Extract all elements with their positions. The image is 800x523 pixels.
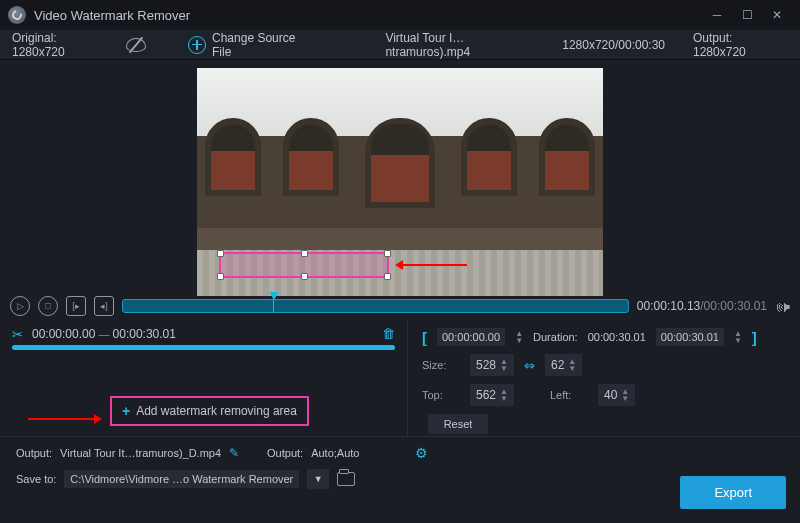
output-settings-icon[interactable]: ⚙ <box>415 445 428 461</box>
app-title: Video Watermark Remover <box>34 8 702 23</box>
range-start-input[interactable]: 00:00:00.00 <box>437 328 505 346</box>
duration-label: Duration: <box>533 331 578 343</box>
export-button[interactable]: Export <box>680 476 786 509</box>
range-end-input[interactable]: 00:00:30.01 <box>656 328 724 346</box>
segments-panel: ✂ 00:00:00.00 — 00:00:30.01 🗑 + Add wate… <box>0 320 408 436</box>
top-input[interactable]: 562▲▼ <box>470 384 514 406</box>
left-label: Left: <box>550 389 588 401</box>
segment-range: 00:00:00.00 — 00:00:30.01 <box>32 327 176 341</box>
segment-row[interactable]: ✂ 00:00:00.00 — 00:00:30.01 🗑 <box>12 326 395 341</box>
plus-circle-icon <box>188 36 206 54</box>
preview-area <box>0 60 800 292</box>
height-input[interactable]: 62▲▼ <box>545 354 582 376</box>
close-button[interactable]: ✕ <box>762 0 792 30</box>
volume-icon[interactable]: 🕪 <box>775 298 790 315</box>
annotation-arrow-icon <box>397 264 467 266</box>
save-path-dropdown[interactable]: ▼ <box>307 469 329 489</box>
toolbar: Original: 1280x720 Change Source File Vi… <box>0 30 800 60</box>
open-folder-icon[interactable] <box>337 472 355 486</box>
player-controls: ▷ □ [▸ ◂] 00:00:10.13/00:00:30.01 🕪 <box>0 292 800 320</box>
play-button[interactable]: ▷ <box>10 296 30 316</box>
top-label: Top: <box>422 389 460 401</box>
timecode: 00:00:10.13/00:00:30.01 <box>637 299 767 313</box>
properties-panel: [ 00:00:00.00 ▲▼ Duration:00:00:30.01 00… <box>408 320 800 436</box>
time-total: /00:00:30.01 <box>700 299 767 313</box>
save-path-input[interactable]: C:\Vidmore\Vidmore …o Watermark Remover <box>64 470 299 488</box>
reset-button[interactable]: Reset <box>428 414 488 434</box>
spinner-icon[interactable]: ▲▼ <box>515 330 523 344</box>
spinner-icon[interactable]: ▲▼ <box>734 330 742 344</box>
mark-out-button[interactable]: ◂] <box>94 296 114 316</box>
video-preview[interactable] <box>197 68 603 296</box>
output-resolution: Output: 1280x720 <box>693 31 788 59</box>
title-bar: Video Watermark Remover ─ ☐ ✕ <box>0 0 800 30</box>
app-logo-icon <box>8 6 26 24</box>
minimize-button[interactable]: ─ <box>702 0 732 30</box>
bracket-out-icon[interactable]: ] <box>752 329 757 346</box>
preview-toggle-icon[interactable] <box>126 38 146 52</box>
change-source-button[interactable]: Change Source File <box>188 31 317 59</box>
duration-value: 00:00:30.01 <box>588 331 646 343</box>
width-input[interactable]: 528▲▼ <box>470 354 514 376</box>
watermark-selection-box[interactable] <box>219 252 389 278</box>
output-spec-value: Auto;Auto <box>311 447 359 459</box>
plus-icon: + <box>122 403 130 419</box>
size-label: Size: <box>422 359 460 371</box>
save-to-label: Save to: <box>16 473 56 485</box>
scissors-icon: ✂ <box>12 327 26 341</box>
time-current: 00:00:10.13 <box>637 299 700 313</box>
playhead-icon[interactable] <box>269 292 279 302</box>
delete-segment-icon[interactable]: 🗑 <box>382 326 395 341</box>
mark-in-button[interactable]: [▸ <box>66 296 86 316</box>
stop-button[interactable]: □ <box>38 296 58 316</box>
change-source-label: Change Source File <box>212 31 318 59</box>
add-watermark-area-button[interactable]: + Add watermark removing area <box>110 396 309 426</box>
left-input[interactable]: 40▲▼ <box>598 384 635 406</box>
annotation-arrow-icon <box>28 418 100 420</box>
link-aspect-icon[interactable]: ⇔ <box>524 358 535 373</box>
file-name: Virtual Tour I…ntramuros).mp4 <box>385 31 548 59</box>
timeline-slider[interactable] <box>122 299 629 313</box>
output-file-name: Virtual Tour It…tramuros)_D.mp4 <box>60 447 221 459</box>
maximize-button[interactable]: ☐ <box>732 0 762 30</box>
segment-bar[interactable] <box>12 345 395 350</box>
add-watermark-label: Add watermark removing area <box>136 404 297 418</box>
bracket-in-icon[interactable]: [ <box>422 329 427 346</box>
edit-output-icon[interactable]: ✎ <box>229 446 239 460</box>
file-meta: 1280x720/00:00:30 <box>562 38 665 52</box>
output-spec-label: Output: <box>267 447 303 459</box>
original-resolution: Original: 1280x720 <box>12 31 112 59</box>
output-file-label: Output: <box>16 447 52 459</box>
